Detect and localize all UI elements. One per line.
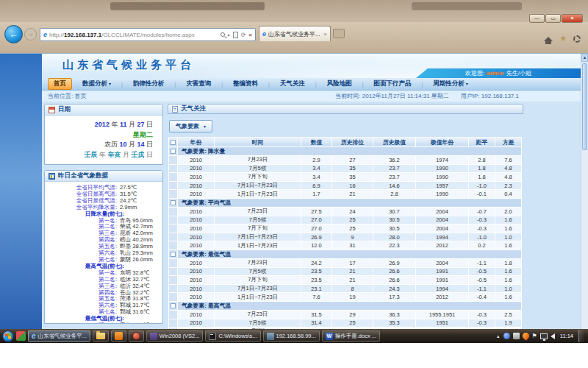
menu-separator: | [221,82,223,87]
expander-cell[interactable] [169,250,178,258]
expand-box-icon[interactable] [171,252,176,257]
chevron-down-icon[interactable]: ▾ [228,32,230,38]
table-group-row[interactable]: 气象要素: 平均气温 [169,198,522,207]
browser-tab[interactable]: e 山东省气候业务平... × [259,26,331,41]
cell: 1990 [416,164,469,173]
menu-item-5[interactable]: 天气关注 [275,79,310,89]
cell: 1951 [416,319,469,328]
rank-line: 第一名:泰山 16.7℃ [46,322,161,324]
taskbar-rdp-button[interactable]: 192.168.58.99... [263,330,320,342]
taskbar-button-label: C:\Windows\s... [218,333,257,339]
scrollbar-thumb[interactable] [582,63,587,150]
cell: 36.3 [373,310,416,319]
vertical-scrollbar[interactable]: ▲ [581,54,588,329]
menu-item-4[interactable]: 整编资料 [228,79,263,89]
cell: 1.0 [495,284,522,293]
table-group-row[interactable]: 气象要素: 降水量 [169,147,522,156]
web-page: 山东省气候业务平台 欢迎您: admin 先生/小姐 首页数据分析▾|韵律性分析… [0,54,588,329]
refresh-icon[interactable]: ⟳ [241,32,246,38]
status-info: 当前时间: 2012年11月27日 11:14:31 星期二 用户IP: 192… [335,92,519,100]
background-window-hint [412,2,522,10]
taskbar-cmd-button[interactable]: C:\Windows\s... [205,330,260,342]
expander-cell[interactable] [169,198,178,207]
ime-icon[interactable] [513,333,520,339]
taskbar-button-label: 192.168.58.99... [276,333,316,339]
taskbar-media-button[interactable] [129,330,144,342]
favorites-star-icon[interactable]: ★ [559,35,567,43]
action-center-flag-icon[interactable]: ⚑ [532,333,537,339]
rank-label: 第一名: [46,322,117,324]
checkbox-icon[interactable] [171,140,176,145]
messenger-icon[interactable] [503,333,510,339]
home-icon[interactable] [544,37,553,41]
current-time: 当前时间: 2012年11月27日 11:14:31 星期二 [335,92,448,100]
menu-item-0[interactable]: 首页 [48,78,72,90]
taskbar-clock[interactable]: 11:14 [558,333,576,339]
windows-flag-icon [5,333,12,339]
table-row: 20107月下旬23.52126.61991-0.51.6 [169,276,522,285]
cell: 29 [332,310,373,319]
element-select-button[interactable]: 气象要素 ▾ [169,120,212,132]
expand-box-icon[interactable] [171,303,176,308]
expand-box-icon[interactable] [171,149,176,154]
tab-close-icon[interactable]: × [323,31,327,38]
volume-icon[interactable] [551,333,555,339]
minimize-button[interactable]: — [529,14,545,23]
taskbar-ie-button[interactable]: e 山东省气候业务平... [28,330,90,342]
cell: 21 [332,276,373,285]
cell: -0.5 [469,276,495,285]
settings-gear-icon[interactable] [573,35,581,43]
cell: 24.3 [373,284,416,293]
tray-expand-icon[interactable]: ▲ [496,334,501,339]
security-icon[interactable] [521,331,531,341]
taskbar-word-button[interactable]: W操作手册.docx ... [322,330,380,342]
new-tab-button[interactable] [333,29,345,38]
compatibility-view-icon[interactable] [233,32,238,38]
table-group-row[interactable]: 气象要素: 最低气温 [169,250,522,258]
table-group-row[interactable]: 气象要素: 最高气温 [169,301,522,310]
quick-launch-icon[interactable] [16,331,26,341]
address-bar[interactable]: e http://192.168.137.1/GLCCLIMATE/module… [40,28,256,41]
forward-button[interactable]: → [24,28,37,40]
stop-icon[interactable]: × [248,32,252,38]
rdp-icon [267,333,274,340]
maximize-button[interactable]: ▭ [545,14,561,23]
menu-item-3[interactable]: 灾害查询 [181,79,216,89]
cell: 30.7 [373,207,416,216]
cell: 4.8 [495,164,522,173]
column-header: 方差 [495,138,522,147]
ie-icon: e [32,332,36,340]
cell: 2004 [416,224,469,233]
close-button[interactable]: × [562,14,583,23]
start-button[interactable] [2,330,14,342]
show-desktop-button[interactable] [578,330,584,342]
cell: 2010 [178,156,215,165]
search-icon[interactable] [220,32,225,37]
cell: 28.0 [373,233,416,241]
menu-separator: | [362,82,364,87]
expander-cell[interactable] [169,147,178,156]
menu-item-8[interactable]: 周期性分析▾ [428,79,473,89]
back-button[interactable]: ← [4,25,23,43]
menu-item-7[interactable]: 图面下行产品 [368,79,416,89]
cell: 7月下旬 [215,224,301,233]
cell: -0.5 [469,267,495,276]
expand-box-icon[interactable] [171,200,176,205]
cell: 1990 [416,190,469,199]
expander-cell [169,258,178,267]
menu-item-6[interactable]: 风险地图 [322,79,357,89]
taskbar-explorer-button[interactable] [93,330,109,342]
cell: 2010 [178,241,215,250]
taskbar-vs-button[interactable]: Win2008 (VS2... [146,330,204,342]
column-header: 极值年份 [416,138,469,147]
cell: 35 [332,164,373,173]
menu-item-1[interactable]: 数据分析▾ [77,79,116,89]
expander-cell[interactable] [169,301,178,310]
menu-item-2[interactable]: 韵律性分析 [128,79,170,89]
taskbar-app-button-orange[interactable] [111,330,126,342]
breadcrumb-bar: 当前位置: 首页 当前时间: 2012年11月27日 11:14:31 星期二 … [42,91,581,102]
scroll-up-icon[interactable]: ▲ [581,54,588,62]
main-menu: 首页数据分析▾|韵律性分析|灾害查询|整编资料|天气关注|风险地图|图面下行产品… [42,78,581,91]
network-icon[interactable] [540,333,548,339]
table-row: 20107月5候3.43523.719901.84.8 [169,164,522,173]
